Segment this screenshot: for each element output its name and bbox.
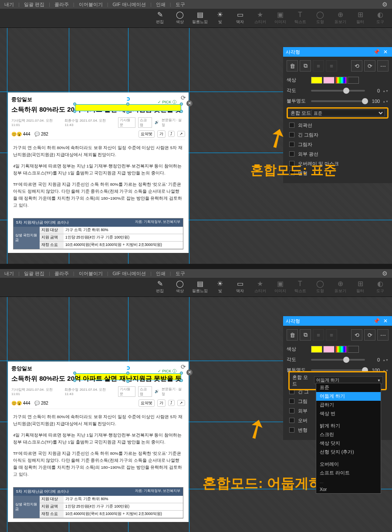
rotate-ccw-icon[interactable]: ⟲ [351,329,362,341]
tool-도형[interactable]: ◯도형 [310,9,330,28]
tool-이미지[interactable]: ▣이미지 [270,9,290,28]
gear-icon[interactable]: ⚙ [379,270,390,277]
tool-이미지[interactable]: ▣이미지 [270,278,290,297]
article-preview: 중앙일보 ⟳ ✓ PICK ⓘ 소득하위 80%라도 20억 아파트 살면 재난… [8,92,189,253]
tool-편집[interactable]: ✎편집 [150,9,170,28]
menu-export[interactable]: 내기 [2,1,17,8]
duplicate-icon[interactable]: ⧉ [300,60,311,72]
tool-필터[interactable]: ⊞필터 [350,9,370,28]
blend-option[interactable]: ... [316,477,381,485]
tool-색상[interactable]: ◯색상 [170,9,190,28]
check-외곽선[interactable]: 외곽선 [289,120,389,130]
blend-option[interactable]: 표준 [316,383,381,392]
more-icon[interactable]: ⋯ [377,329,389,341]
blend-option[interactable]: 색상 닷지 [316,439,381,448]
check-긴 그림자[interactable]: 긴 그림자 [289,130,389,140]
tool-도구[interactable]: ◐도구 [370,9,390,28]
tool-스티커[interactable]: ★스티커 [250,278,270,297]
swatch-pink[interactable] [323,77,335,84]
tool-돋보기[interactable]: ⊕돋보기 [330,278,350,297]
refresh-icon[interactable]: ⟳ [181,363,186,370]
blend-option[interactable]: Xor [316,485,381,493]
blend-option[interactable]: 선형 닷지 (추가) [316,448,381,457]
tool-빛[interactable]: ☀빛 [210,278,230,297]
delete-icon[interactable]: 🗑 [287,329,298,341]
blend-option[interactable]: 밝게 하기 [316,422,381,430]
blend-option[interactable]: 오버레이 [316,460,381,469]
tool-도구[interactable]: ◐도구 [370,278,390,297]
align-left-icon: ≡ [313,60,324,72]
menu-batch[interactable]: 일괄 편집 [21,1,47,8]
tool-스티커[interactable]: ★스티커 [250,9,270,28]
blend-mode-menu: 표준어둡게 하기곱하기색상 번밝게 하기스크린색상 닷지선형 닷지 (추가)오버… [316,383,381,494]
panel-close-icon[interactable]: ✕ [382,318,389,324]
menu-tools[interactable]: 도구 [173,1,188,8]
article-preview: 중앙일보 ⟳ ✓ PICK ⓘ 소득하위 80%라도 20억 아파트 살면 재난… [8,361,189,522]
rotate-cw-icon[interactable]: ⟳ [364,60,375,72]
rotate-cw-icon[interactable]: ⟳ [364,329,375,341]
menu-stitch[interactable]: 이어붙이기 [76,1,105,8]
check-그림자[interactable]: 그림자 [289,140,389,149]
blend-dropdown-area: 혼합 모드 어둡게 하기▼ 표준어둡게 하기곱하기색상 번밝게 하기스크린색상 … [288,371,387,390]
app-top: 내기| 일괄 편집| 콜라주| 이어붙이기| GIF 애니메이션| 인쇄| 도구… [0,0,392,264]
panel-close-icon[interactable]: ✕ [382,49,389,55]
menu-print[interactable]: 인쇄 [153,1,168,8]
app-bottom: 내기| 일괄 편집| 콜라주| 이어붙이기| GIF 애니메이션| 인쇄| 도구… [0,269,392,532]
tool-액자[interactable]: ▭액자 [230,278,250,297]
blend-option[interactable]: 곱하기 [316,401,381,409]
pin-icon[interactable]: 📌 [372,49,382,55]
menu-collage[interactable]: 콜라주 [52,1,71,8]
duplicate-icon[interactable]: ⧉ [300,329,311,341]
angle-slider[interactable] [311,90,365,92]
swatch-rainbow[interactable] [335,77,347,84]
delete-shape-icon[interactable]: ✕ [186,369,193,375]
delete-shape-icon[interactable]: ✕ [186,100,193,106]
main-toolbar: ✎편집◯색상▤필름느낌☀빛▭액자★스티커▣이미지T텍스트◯도형⊕돋보기⊞필터◐도… [0,9,392,28]
tool-텍스트[interactable]: T텍스트 [290,278,310,297]
tool-필터[interactable]: ⊞필터 [350,278,370,297]
angle-slider[interactable] [311,359,365,361]
delete-icon[interactable]: 🗑 [287,60,298,72]
blend-option[interactable]: 어둡게 하기 [316,392,381,401]
menu-gif[interactable]: GIF 애니메이션 [110,1,149,8]
swatch-yellow[interactable] [311,77,322,84]
align-center-icon: ≡ [326,60,337,72]
blend-mode-select[interactable]: 표준 [311,109,385,116]
menubar: 내기| 일괄 편집| 콜라주| 이어붙이기| GIF 애니메이션| 인쇄| 도구… [0,0,392,9]
tool-도형[interactable]: ◯도형 [310,278,330,297]
rotate-ccw-icon[interactable]: ⟲ [351,60,362,72]
blend-option[interactable]: 소프트 라이트 [316,469,381,477]
rect-panel: 사각형 📌 ✕ 🗑 ⧉ ≡ ≡ ⟲ ⟳ ⋯ 색상 [283,47,392,183]
check-외부 광선[interactable]: 외부 광선 [289,149,389,159]
opacity-slider[interactable] [311,100,365,102]
panel-title: 사각형 [286,49,300,55]
tool-돋보기[interactable]: ⊕돋보기 [330,9,350,28]
tool-필름느낌[interactable]: ▤필름느낌 [190,9,210,28]
main-toolbar: ✎편집◯색상▤필름느낌☀빛▭액자★스티커▣이미지T텍스트◯도형⊕돋보기⊞필터◐도… [0,278,392,297]
tool-필름느낌[interactable]: ▤필름느낌 [190,278,210,297]
blend-option[interactable]: 스크린 [316,430,381,439]
tool-색상[interactable]: ◯색상 [170,278,190,297]
more-icon[interactable]: ⋯ [377,60,389,72]
tool-빛[interactable]: ☀빛 [210,9,230,28]
blend-mode-row: 혼합 모드 표준 [287,107,389,119]
check-오버레이 및 마스크[interactable]: 오버레이 및 마스크 [289,159,389,168]
check-변형[interactable]: 변형 [289,168,389,178]
pin-icon[interactable]: 📌 [372,318,382,324]
tool-액자[interactable]: ▭액자 [230,9,250,28]
tool-텍스트[interactable]: T텍스트 [290,9,310,28]
refresh-icon[interactable]: ⟳ [181,94,186,101]
gear-icon[interactable]: ⚙ [379,1,390,8]
swatch-empty[interactable] [348,77,359,84]
tool-편집[interactable]: ✎편집 [150,278,170,297]
menubar: 내기| 일괄 편집| 콜라주| 이어붙이기| GIF 애니메이션| 인쇄| 도구… [0,269,392,278]
blend-option[interactable]: 색상 번 [316,409,381,418]
